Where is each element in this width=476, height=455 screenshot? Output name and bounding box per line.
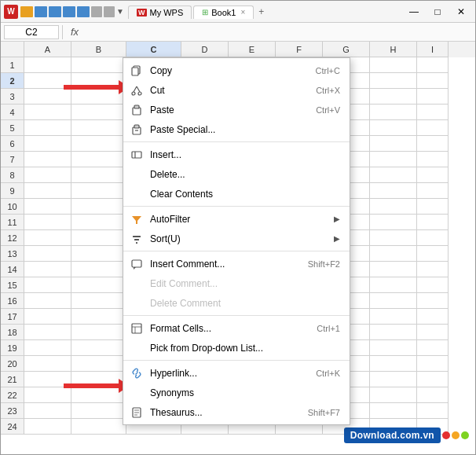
col-header-h[interactable]: H <box>370 42 417 57</box>
cell-h4[interactable] <box>370 105 417 120</box>
cell-h21[interactable] <box>370 372 417 387</box>
row-header-22[interactable]: 22 <box>1 387 24 403</box>
cell-a9[interactable] <box>24 183 71 199</box>
cell-h19[interactable] <box>370 340 417 356</box>
menu-item-dropdown[interactable]: Pick from Drop-down List... <box>123 338 350 358</box>
col-header-g[interactable]: G <box>323 42 370 57</box>
cell-b11[interactable] <box>71 215 126 230</box>
cell-h2[interactable] <box>370 73 417 89</box>
menu-item-paste[interactable]: Paste Ctrl+V <box>123 100 350 119</box>
cell-b24[interactable] <box>71 419 126 435</box>
wps-tab[interactable]: W My WPS <box>128 6 192 19</box>
row-header-21[interactable]: 21 <box>1 372 24 387</box>
cell-a6[interactable] <box>24 136 71 152</box>
cell-a17[interactable] <box>24 309 71 325</box>
cell-h1[interactable] <box>370 57 417 73</box>
row-header-5[interactable]: 5 <box>1 120 24 136</box>
cell-b20[interactable] <box>71 356 126 372</box>
cell-h3[interactable] <box>370 89 417 105</box>
row-header-24[interactable]: 24 <box>1 419 24 435</box>
menu-item-paste-special[interactable]: Paste Special... <box>123 119 350 139</box>
row-header-4[interactable]: 4 <box>1 105 24 120</box>
cell-i1[interactable] <box>417 57 449 73</box>
cell-b18[interactable] <box>71 325 126 340</box>
cell-i9[interactable] <box>417 183 449 199</box>
row-header-13[interactable]: 13 <box>1 246 24 262</box>
close-tab-icon[interactable]: × <box>240 8 245 17</box>
cell-h12[interactable] <box>370 230 417 246</box>
cell-b5[interactable] <box>71 120 126 136</box>
menu-item-delete[interactable]: Delete... <box>123 164 350 184</box>
cell-i10[interactable] <box>417 199 449 215</box>
col-header-b[interactable]: B <box>71 42 126 57</box>
cell-h17[interactable] <box>370 309 417 325</box>
cell-h10[interactable] <box>370 199 417 215</box>
cell-a23[interactable] <box>24 403 71 419</box>
menu-item-clear[interactable]: Clear Contents <box>123 184 350 204</box>
cell-a4[interactable] <box>24 105 71 120</box>
cell-b13[interactable] <box>71 246 126 262</box>
cell-a13[interactable] <box>24 246 71 262</box>
cell-a15[interactable] <box>24 277 71 293</box>
cell-a10[interactable] <box>24 199 71 215</box>
cell-i18[interactable] <box>417 325 449 340</box>
cell-a11[interactable] <box>24 215 71 230</box>
row-header-16[interactable]: 16 <box>1 293 24 309</box>
col-header-d[interactable]: D <box>181 42 229 57</box>
cell-a19[interactable] <box>24 340 71 356</box>
cell-b17[interactable] <box>71 309 126 325</box>
row-header-3[interactable]: 3 <box>1 89 24 105</box>
cell-i20[interactable] <box>417 356 449 372</box>
row-header-12[interactable]: 12 <box>1 230 24 246</box>
cell-b15[interactable] <box>71 277 126 293</box>
cell-b16[interactable] <box>71 293 126 309</box>
name-box[interactable]: C2 <box>4 25 59 39</box>
cell-i3[interactable] <box>417 89 449 105</box>
row-header-9[interactable]: 9 <box>1 183 24 199</box>
cell-a8[interactable] <box>24 167 71 183</box>
cell-h23[interactable] <box>370 403 417 419</box>
cell-b19[interactable] <box>71 340 126 356</box>
cell-i23[interactable] <box>417 403 449 419</box>
menu-item-autofilter[interactable]: AutoFilter ▶ <box>123 209 350 229</box>
cell-h9[interactable] <box>370 183 417 199</box>
col-header-e[interactable]: E <box>229 42 276 57</box>
row-header-14[interactable]: 14 <box>1 262 24 277</box>
menu-item-delete-comment[interactable]: Delete Comment <box>123 293 350 313</box>
cell-b9[interactable] <box>71 183 126 199</box>
cell-h14[interactable] <box>370 262 417 277</box>
menu-item-format-cells[interactable]: Format Cells... Ctrl+1 <box>123 318 350 338</box>
cell-a7[interactable] <box>24 152 71 167</box>
cell-b7[interactable] <box>71 152 126 167</box>
cell-b12[interactable] <box>71 230 126 246</box>
cell-a1[interactable] <box>24 57 71 73</box>
menu-item-insert-comment[interactable]: Insert Comment... Shift+F2 <box>123 254 350 273</box>
maximize-button[interactable]: □ <box>427 4 449 20</box>
row-header-23[interactable]: 23 <box>1 403 24 419</box>
menu-item-insert[interactable]: Insert... <box>123 145 350 164</box>
row-header-6[interactable]: 6 <box>1 136 24 152</box>
cell-b14[interactable] <box>71 262 126 277</box>
menu-item-thesaurus[interactable]: Thesaurus... Shift+F7 <box>123 402 350 422</box>
cell-i16[interactable] <box>417 293 449 309</box>
cell-h18[interactable] <box>370 325 417 340</box>
cell-b4[interactable] <box>71 105 126 120</box>
cell-i11[interactable] <box>417 215 449 230</box>
cell-i14[interactable] <box>417 262 449 277</box>
col-header-a[interactable]: A <box>24 42 71 57</box>
cell-a20[interactable] <box>24 356 71 372</box>
cell-i15[interactable] <box>417 277 449 293</box>
col-header-f[interactable]: F <box>276 42 323 57</box>
add-tab-button[interactable]: + <box>254 5 269 19</box>
row-header-17[interactable]: 17 <box>1 309 24 325</box>
cell-h20[interactable] <box>370 356 417 372</box>
row-header-1[interactable]: 1 <box>1 57 24 73</box>
cell-i21[interactable] <box>417 372 449 387</box>
row-header-11[interactable]: 11 <box>1 215 24 230</box>
cell-h7[interactable] <box>370 152 417 167</box>
cell-i17[interactable] <box>417 309 449 325</box>
menu-item-copy[interactable]: Copy Ctrl+C <box>123 61 350 80</box>
cell-h22[interactable] <box>370 387 417 403</box>
formula-input[interactable] <box>83 27 472 38</box>
cell-b23[interactable] <box>71 403 126 419</box>
